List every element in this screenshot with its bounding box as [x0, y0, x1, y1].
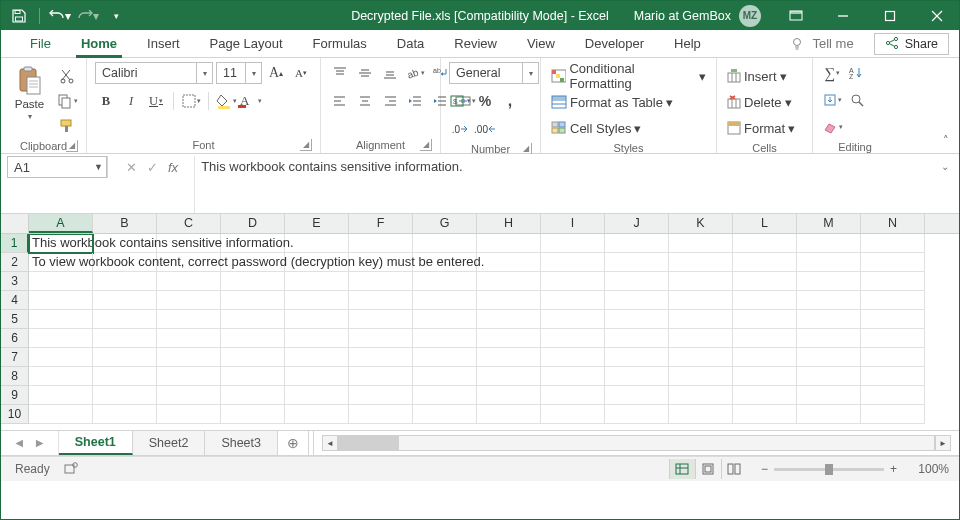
cell[interactable] [733, 253, 797, 272]
cell[interactable] [797, 329, 861, 348]
tab-home[interactable]: Home [66, 30, 132, 57]
cell[interactable] [221, 348, 285, 367]
cell[interactable] [157, 405, 221, 424]
row-header[interactable]: 4 [1, 291, 29, 310]
cell[interactable] [29, 329, 93, 348]
col-header[interactable]: M [797, 214, 861, 233]
cell[interactable] [669, 348, 733, 367]
cell[interactable] [285, 234, 349, 253]
cell[interactable] [93, 310, 157, 329]
cell[interactable] [285, 272, 349, 291]
cut-icon[interactable] [56, 65, 78, 87]
cell[interactable] [605, 234, 669, 253]
ribbon-display-options-icon[interactable] [773, 1, 818, 30]
account-name[interactable]: Mario at GemBox MZ [634, 5, 761, 27]
cell[interactable] [541, 310, 605, 329]
cell[interactable] [797, 291, 861, 310]
cell[interactable] [349, 234, 413, 253]
name-box[interactable]: A1▼ [7, 156, 107, 178]
comma-style-icon[interactable]: , [499, 90, 521, 112]
cell[interactable] [861, 348, 925, 367]
zoom-in-icon[interactable]: + [890, 462, 897, 476]
alignment-dialog-launcher[interactable]: ◢ [420, 139, 432, 151]
cell[interactable] [733, 405, 797, 424]
zoom-out-icon[interactable]: − [761, 462, 768, 476]
select-all-corner[interactable] [1, 214, 29, 233]
cell[interactable] [605, 348, 669, 367]
align-left-icon[interactable] [329, 90, 351, 112]
macro-record-icon[interactable] [64, 461, 78, 478]
sheet-nav-prev-icon[interactable]: ◄ [13, 436, 25, 450]
cell[interactable] [605, 310, 669, 329]
cell[interactable] [221, 405, 285, 424]
format-as-table-button[interactable]: Format as Table▾ [549, 91, 708, 113]
cell[interactable] [477, 272, 541, 291]
decrease-decimal-icon[interactable]: .00 [474, 118, 496, 140]
clear-icon[interactable]: ▾ [821, 116, 843, 138]
page-break-view-icon[interactable] [721, 459, 747, 479]
scroll-thumb[interactable] [339, 436, 399, 450]
cell[interactable] [29, 386, 93, 405]
sheet-tab[interactable]: Sheet2 [133, 431, 206, 455]
tab-formulas[interactable]: Formulas [298, 30, 382, 57]
cell[interactable] [93, 272, 157, 291]
cell[interactable] [733, 291, 797, 310]
row-header[interactable]: 2 [1, 253, 29, 272]
col-header[interactable]: K [669, 214, 733, 233]
cell[interactable] [541, 386, 605, 405]
worksheet-grid[interactable]: A B C D E F G H I J K L M N 1This workbo… [1, 214, 959, 430]
cell[interactable] [605, 272, 669, 291]
align-bottom-icon[interactable] [379, 62, 401, 84]
cell[interactable] [605, 329, 669, 348]
expand-formula-bar-icon[interactable]: ⌄ [937, 158, 953, 174]
cell[interactable] [797, 405, 861, 424]
col-header[interactable]: G [413, 214, 477, 233]
cell[interactable] [797, 253, 861, 272]
cell[interactable] [477, 348, 541, 367]
cell[interactable]: To view workbook content, correct passwo… [29, 253, 93, 272]
cell[interactable] [797, 386, 861, 405]
cell[interactable] [861, 253, 925, 272]
cell[interactable] [605, 367, 669, 386]
row-header[interactable]: 7 [1, 348, 29, 367]
cell[interactable] [413, 405, 477, 424]
cell[interactable] [541, 348, 605, 367]
zoom-slider[interactable] [774, 468, 884, 471]
decrease-font-icon[interactable]: A▾ [290, 62, 312, 84]
fill-color-icon[interactable]: ▾ [215, 90, 237, 112]
minimize-button[interactable] [820, 1, 865, 30]
cell[interactable] [29, 272, 93, 291]
tab-insert[interactable]: Insert [132, 30, 195, 57]
accounting-format-icon[interactable]: $▾ [449, 90, 471, 112]
zoom-level[interactable]: 100% [903, 462, 949, 476]
increase-decimal-icon[interactable]: .0 [449, 118, 471, 140]
cell[interactable] [93, 348, 157, 367]
cell[interactable] [285, 367, 349, 386]
tab-help[interactable]: Help [659, 30, 716, 57]
sheet-tab[interactable]: Sheet3 [205, 431, 278, 455]
tell-me-search[interactable]: Tell me [778, 30, 865, 57]
cell[interactable] [797, 348, 861, 367]
orientation-icon[interactable]: ab▾ [404, 62, 426, 84]
cell[interactable] [605, 405, 669, 424]
cell[interactable] [285, 291, 349, 310]
cell[interactable] [541, 291, 605, 310]
col-header[interactable]: H [477, 214, 541, 233]
col-header[interactable]: C [157, 214, 221, 233]
col-header[interactable]: J [605, 214, 669, 233]
cell[interactable] [861, 234, 925, 253]
cell[interactable] [541, 272, 605, 291]
cell[interactable] [861, 291, 925, 310]
cell[interactable] [861, 386, 925, 405]
cell[interactable] [861, 367, 925, 386]
cell[interactable] [93, 386, 157, 405]
cell[interactable] [477, 405, 541, 424]
paste-button[interactable]: Paste ▾ [9, 62, 50, 121]
font-dialog-launcher[interactable]: ◢ [300, 139, 312, 151]
cell[interactable] [221, 291, 285, 310]
cell[interactable] [157, 291, 221, 310]
tab-data[interactable]: Data [382, 30, 439, 57]
cell[interactable] [29, 291, 93, 310]
save-icon[interactable] [7, 4, 31, 28]
font-name-combo[interactable]: Calibri▾ [95, 62, 213, 84]
